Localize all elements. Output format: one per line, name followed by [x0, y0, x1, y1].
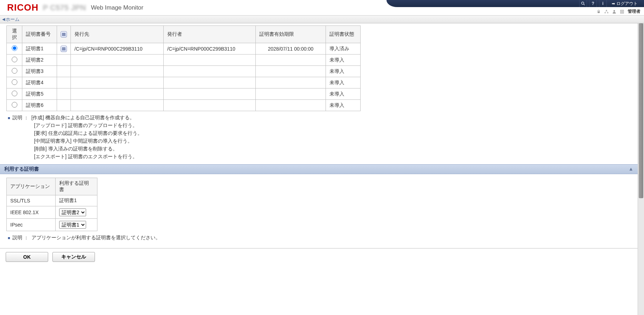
app-cert-table: アプリケーション 利用する証明書 SSL/TLS証明書1IEEE 802.1X証… — [6, 178, 97, 231]
help-icon[interactable]: ? — [589, 0, 597, 7]
description-row: ■説明 ：[作成] 機器自身による自己証明書を作成する。 — [8, 115, 638, 121]
svg-rect-16 — [62, 47, 66, 48]
cell-status: 未導入 — [326, 55, 361, 66]
svg-rect-13 — [62, 33, 66, 34]
cell-select — [7, 77, 22, 88]
cell-valid — [256, 55, 326, 66]
cell-detail — [57, 100, 71, 111]
svg-rect-15 — [62, 35, 66, 36]
app-header: RICOH P C575 JPN Web Image Monitor ? i ➡… — [0, 0, 644, 16]
cell-certno: 証明書4 — [22, 77, 57, 88]
cert-select[interactable]: 証明書1証明書2証明書3証明書4証明書5証明書6 — [59, 221, 86, 229]
cell-valid — [256, 77, 326, 88]
description-2: ■ 説明 ： アプリケーションが利用する証明書を選択してください。 — [8, 235, 638, 241]
cell-valid — [256, 66, 326, 77]
table-row: 証明書2未導入 — [7, 55, 361, 66]
cert-radio[interactable] — [12, 57, 17, 62]
desc2-label: 説明 ： — [12, 235, 29, 241]
bullet-icon: ■ — [8, 115, 10, 121]
admin-label: 管理者 — [628, 8, 640, 15]
cell-select — [7, 88, 22, 100]
cell-issued-to — [71, 55, 164, 66]
cell-certno: 証明書3 — [22, 66, 57, 77]
cell-status: 未導入 — [326, 88, 361, 100]
th-detail-icon — [57, 26, 71, 43]
bullet-icon: ■ — [8, 235, 10, 241]
cancel-button[interactable]: キャンセル — [52, 252, 95, 262]
cert-select[interactable]: 証明書1証明書2証明書3証明書4証明書5証明書6 — [59, 208, 86, 216]
certificate-table: 選択 証明書番号 発行先 発行者 証明書有効期限 証明書状態 証明書1/C=jp… — [6, 25, 361, 111]
cell-use-cert: 証明書1証明書2証明書3証明書4証明書5証明書6 — [56, 219, 97, 231]
collapse-icon[interactable]: ▲ — [628, 166, 633, 172]
svg-point-4 — [605, 12, 606, 13]
cell-select — [7, 43, 22, 55]
svg-rect-17 — [62, 48, 66, 49]
desc-text: [作成] 機器自身による自己証明書を作成する。 — [32, 115, 135, 121]
description-line: [アップロード] 証明書のアップロードを行う。 — [34, 122, 638, 129]
app-title: Web Image Monitor — [91, 4, 143, 11]
user-icon — [612, 10, 616, 14]
svg-line-1 — [584, 4, 585, 5]
cell-detail — [57, 77, 71, 88]
table-row: 証明書3未導入 — [7, 66, 361, 77]
section-title: 利用する証明書 — [4, 166, 39, 172]
logout-button[interactable]: ➡ ログアウト — [609, 1, 640, 7]
row-detail-icon[interactable] — [61, 46, 67, 52]
breadcrumb-home[interactable]: ホーム — [6, 16, 19, 23]
description-line: [中間証明書導入] 中間証明書の導入を行う。 — [34, 138, 638, 144]
breadcrumb: ◀ ホーム — [0, 16, 644, 23]
cert-radio[interactable] — [12, 102, 17, 108]
cell-valid — [256, 88, 326, 100]
cell-issued-to: /C=jp/CN=RNP000C299B3110 — [71, 43, 164, 55]
scrollbar-thumb[interactable] — [639, 23, 643, 198]
list-icon — [620, 10, 624, 14]
brand-logo: RICOH — [7, 2, 39, 13]
th-application: アプリケーション — [7, 178, 56, 195]
cell-detail — [57, 55, 71, 66]
cell-detail — [57, 88, 71, 100]
table-row: IEEE 802.1X証明書1証明書2証明書3証明書4証明書5証明書6 — [7, 206, 97, 219]
topbar-right: ? i ➡ ログアウト — [579, 0, 640, 7]
th-issued-to: 発行先 — [71, 26, 164, 43]
cert-radio[interactable] — [12, 91, 17, 96]
cell-status: 未導入 — [326, 66, 361, 77]
section-header-use-cert: 利用する証明書 ▲ — [0, 164, 638, 174]
table-row: 証明書5未導入 — [7, 88, 361, 100]
cell-application: IEEE 802.1X — [7, 206, 56, 219]
logout-label: ログアウト — [616, 1, 638, 7]
cert-radio[interactable] — [12, 45, 17, 51]
search-icon[interactable] — [579, 0, 587, 7]
cell-valid — [256, 100, 326, 111]
svg-rect-14 — [62, 34, 66, 35]
cert-radio[interactable] — [12, 79, 17, 85]
cert-radio[interactable] — [12, 68, 17, 74]
lock-icon — [597, 10, 601, 14]
cell-use-cert: 証明書1証明書2証明書3証明書4証明書5証明書6 — [56, 206, 97, 219]
header-detail-icon[interactable] — [61, 31, 67, 38]
cell-issuer — [164, 88, 256, 100]
cell-certno: 証明書6 — [22, 100, 57, 111]
table-row: 証明書1/C=jp/CN=RNP000C299B3110/C=jp/CN=RNP… — [7, 43, 361, 55]
cell-issued-to — [71, 88, 164, 100]
model-name: P C575 JPN — [43, 3, 86, 12]
info-icon[interactable]: i — [599, 0, 607, 7]
subbar: 管理者 — [597, 8, 640, 15]
cell-issuer: /C=jp/CN=RNP000C299B3110 — [164, 43, 256, 55]
scrollbar[interactable] — [638, 23, 644, 315]
cell-status: 未導入 — [326, 100, 361, 111]
table-row: IPsec証明書1証明書2証明書3証明書4証明書5証明書6 — [7, 219, 97, 231]
cell-use-cert: 証明書1 — [56, 195, 97, 206]
breadcrumb-arrow-icon: ◀ — [2, 17, 5, 22]
th-use-cert: 利用する証明書 — [56, 178, 97, 195]
cell-status: 導入済み — [326, 43, 361, 55]
svg-rect-2 — [598, 11, 600, 13]
description-line: [要求] 任意の認証局による証明書の要求を行う。 — [34, 130, 638, 137]
cell-issuer — [164, 100, 256, 111]
cell-issued-to — [71, 100, 164, 111]
svg-line-6 — [605, 11, 606, 12]
th-certno: 証明書番号 — [22, 26, 57, 43]
ok-button[interactable]: OK — [6, 252, 48, 262]
cell-application: SSL/TLS — [7, 195, 56, 206]
cell-select — [7, 100, 22, 111]
svg-line-7 — [606, 11, 608, 12]
